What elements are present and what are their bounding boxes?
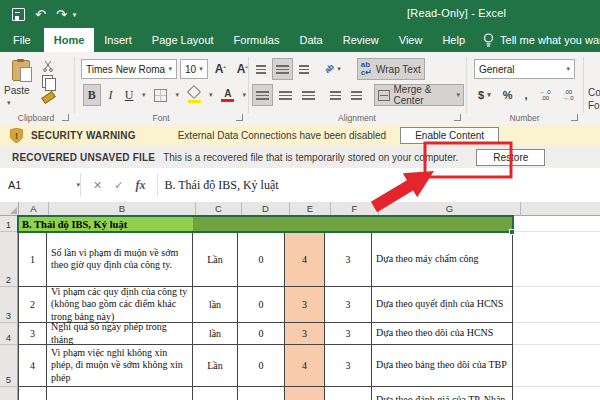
empty-cell[interactable] <box>513 287 600 323</box>
tab-help[interactable]: Help <box>432 28 475 52</box>
cancel-icon[interactable]: ✕ <box>93 179 102 192</box>
cell-a6[interactable] <box>18 387 47 400</box>
underline-button[interactable]: U <box>120 84 138 106</box>
cell-b5[interactable]: Vi phạm việc nghỉ không xin phép, đi muộ… <box>47 345 193 387</box>
cell-a4[interactable]: 3 <box>18 323 47 345</box>
empty-cell[interactable] <box>513 387 600 400</box>
align-right-button[interactable] <box>298 84 319 106</box>
cell-d4[interactable]: 0 <box>238 323 285 345</box>
formula-bar-value[interactable]: B. Thái độ IBS, Kỷ luật <box>164 178 278 193</box>
cell-c2[interactable]: Lần <box>193 232 238 287</box>
number-dialog-launcher-icon[interactable] <box>571 114 578 121</box>
tab-data[interactable]: Data <box>289 28 332 52</box>
name-box[interactable]: A1 ▾ <box>0 173 81 197</box>
cell-a5[interactable]: 4 <box>18 345 47 387</box>
cell-e3[interactable]: 3 <box>285 287 325 323</box>
cell-c6[interactable] <box>193 387 238 400</box>
restore-button[interactable]: Restore <box>476 149 545 166</box>
row-header-6[interactable] <box>0 387 18 400</box>
row-header-1[interactable]: 1 <box>0 216 18 232</box>
cell-f5[interactable]: 3 <box>325 345 372 387</box>
tab-view[interactable]: View <box>389 28 433 52</box>
tab-file[interactable]: File <box>0 28 44 52</box>
currency-format-button[interactable]: $▾ <box>474 84 495 106</box>
cell-b2[interactable]: Số lần vi phạm đi muộn về sớm theo giờ q… <box>47 232 193 287</box>
empty-cell[interactable] <box>513 323 600 345</box>
empty-cell[interactable] <box>513 345 600 387</box>
column-header-c[interactable]: C <box>196 202 242 216</box>
cut-icon[interactable] <box>42 60 54 72</box>
font-dialog-launcher-icon[interactable] <box>236 114 243 121</box>
cell-e6[interactable] <box>285 387 325 400</box>
cell-e4[interactable]: 3 <box>285 323 325 345</box>
cell-f6[interactable] <box>325 387 372 400</box>
tell-me-box[interactable]: Tell me what you want to do <box>475 28 600 52</box>
cell-g6[interactable]: Dựa theo đánh giá của TP. Nhân Sự <box>372 387 513 400</box>
cell-b3[interactable]: Vi phạm các quy định của công ty (không … <box>47 287 193 323</box>
tab-home[interactable]: Home <box>44 28 95 52</box>
format-painter-icon[interactable] <box>41 91 56 104</box>
row-header-2[interactable]: 2 <box>0 232 18 287</box>
font-color-dropdown-icon[interactable]: ▾ <box>242 91 246 99</box>
cell-e5[interactable]: 4 <box>285 345 325 387</box>
cell-b4[interactable]: Nghỉ quá số ngày phép trong tháng <box>47 323 193 345</box>
column-header-f[interactable]: F <box>331 202 379 216</box>
column-header-b[interactable]: B <box>49 202 196 216</box>
tab-formulas[interactable]: Formulas <box>224 28 290 52</box>
tab-page-layout[interactable]: Page Layout <box>142 28 224 52</box>
orientation-button[interactable]: ab ▾ <box>321 58 345 80</box>
cell-g2[interactable]: Dựa theo máy chấm công <box>372 232 513 287</box>
row-header-4[interactable]: 4 <box>0 323 18 345</box>
italic-button[interactable]: I <box>102 84 120 106</box>
undo-icon[interactable]: ↶ <box>35 8 46 21</box>
column-header-g[interactable]: G <box>379 202 521 216</box>
row-header-3[interactable]: 3 <box>0 287 18 323</box>
align-top-button[interactable] <box>252 58 270 80</box>
copy-icon[interactable] <box>42 75 53 88</box>
fill-color-button[interactable] <box>184 84 205 106</box>
cell-a2[interactable]: 1 <box>18 232 47 287</box>
cell-d5[interactable]: 0 <box>238 345 285 387</box>
align-left-button[interactable] <box>252 84 273 106</box>
merge-center-button[interactable]: Merge & Center ▾ <box>374 84 464 106</box>
cell-g4[interactable]: Dựa theo theo dõi của HCNS <box>372 323 513 345</box>
cell-g5[interactable]: Dựa theo bảng theo dõi của TBP <box>372 345 513 387</box>
enter-icon[interactable]: ✓ <box>114 179 123 192</box>
empty-cell[interactable] <box>513 216 600 232</box>
comma-format-button[interactable]: , <box>520 84 531 106</box>
fill-color-dropdown-icon[interactable]: ▾ <box>209 91 213 99</box>
cell-c3[interactable]: lần <box>193 287 238 323</box>
empty-cell[interactable] <box>513 232 600 287</box>
column-header-d[interactable]: D <box>242 202 290 216</box>
bold-button[interactable]: B <box>83 84 101 106</box>
cell-f2[interactable]: 3 <box>325 232 372 287</box>
wrap-text-button[interactable]: abc↵ Wrap Text <box>357 58 425 80</box>
underline-dropdown-icon[interactable]: ▾ <box>142 91 146 99</box>
clipboard-dialog-launcher-icon[interactable] <box>62 114 69 121</box>
cell-b6[interactable] <box>47 387 193 400</box>
conditional-formatting-partial-label[interactable]: Co For <box>588 86 600 112</box>
increase-decimal-button[interactable]: ←.0 .00 <box>535 84 554 106</box>
customize-quick-access-icon[interactable]: ▾ <box>73 8 77 21</box>
cell-d2[interactable]: 0 <box>238 232 285 287</box>
percent-format-button[interactable]: % <box>499 84 517 106</box>
cell-g3[interactable]: Dựa theo quyết định của HCNS <box>372 287 513 323</box>
column-header-h[interactable] <box>521 202 600 216</box>
column-header-e[interactable]: E <box>290 202 331 216</box>
section-title-cell-extension[interactable] <box>193 216 513 232</box>
decrease-indent-button[interactable] <box>326 84 345 106</box>
number-format-select[interactable]: General ▾ <box>474 59 575 79</box>
increase-font-size-button[interactable]: Aˆ <box>211 58 230 80</box>
font-name-select[interactable]: Times New Romar ▾ <box>81 59 177 79</box>
column-header-a[interactable]: A <box>19 202 49 216</box>
tab-review[interactable]: Review <box>333 28 389 52</box>
tab-insert[interactable]: Insert <box>94 28 142 52</box>
paste-button[interactable]: Paste ▾ <box>4 58 38 116</box>
cell-d6[interactable] <box>238 387 285 400</box>
save-icon[interactable] <box>12 8 25 21</box>
cell-f4[interactable]: 3 <box>325 323 372 345</box>
alignment-dialog-launcher-icon[interactable] <box>454 114 461 121</box>
cell-a3[interactable]: 2 <box>18 287 47 323</box>
align-bottom-button[interactable] <box>295 58 313 80</box>
select-all-corner[interactable] <box>0 202 19 216</box>
